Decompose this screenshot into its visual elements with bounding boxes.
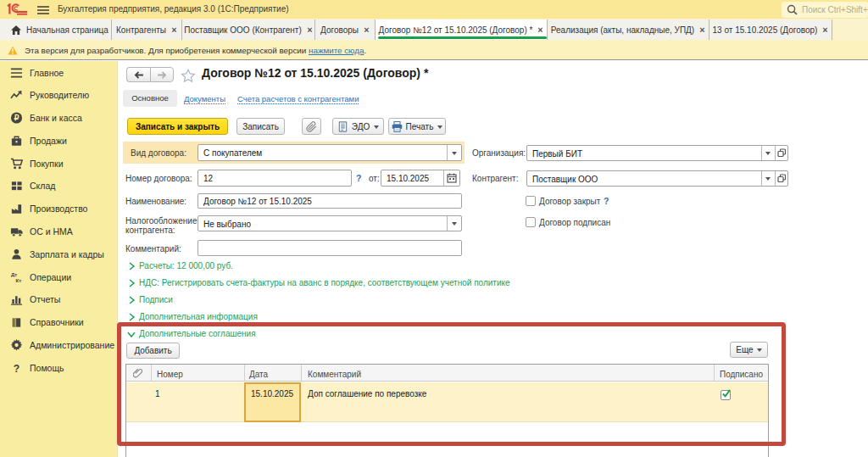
svg-text:₽: ₽ xyxy=(14,114,19,122)
svg-text:Кт: Кт xyxy=(16,276,22,282)
svg-text:?: ? xyxy=(14,362,19,374)
